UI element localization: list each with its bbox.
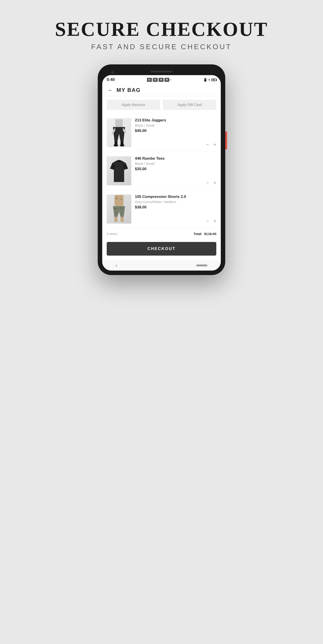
wifi-icon: ▾ — [208, 78, 210, 82]
mail-icon: M — [164, 78, 169, 82]
total-label: Total — [194, 232, 202, 236]
status-time: 5:40 — [107, 77, 115, 82]
cart-summary: 3 items Total $118.00 — [102, 228, 221, 239]
battery-fill — [212, 80, 215, 80]
battery-icon — [212, 78, 216, 81]
home-nav-button[interactable] — [196, 264, 207, 266]
app-icon: ✤ — [158, 78, 164, 82]
item-2-price: $35.00 — [135, 167, 216, 171]
item-3-decrease[interactable]: − — [206, 219, 209, 224]
item-2-details: 446 Rambo Tees Black / Small $35.00 — [131, 156, 216, 171]
item-3-price: $38.00 — [135, 205, 216, 210]
discount-section: Apply discount Apply Gift Card — [102, 96, 221, 114]
status-dot: • — [170, 78, 171, 82]
svg-rect-4 — [114, 217, 118, 222]
item-2-increase[interactable]: + — [214, 180, 216, 185]
calendar-icon-2: 31 — [153, 78, 158, 82]
phone-notch — [102, 69, 221, 75]
item-2-qty-controls: − + — [206, 180, 216, 185]
checkout-section: CHECKOUT — [102, 239, 221, 260]
item-3-details: 105 Compression Shorts 2.0 Grey Camo/Whi… — [131, 194, 216, 210]
cart-item-3: 105 Compression Shorts 2.0 Grey Camo/Whi… — [107, 190, 216, 228]
item-1-decrease[interactable]: − — [206, 142, 209, 147]
phone-screen: 5:40 31 31 ✤ M • 📳 ▾ ← MY BAG Apply — [102, 75, 221, 270]
item-1-image — [107, 118, 131, 147]
svg-point-1 — [114, 144, 118, 146]
item-2-variant: Black / Small — [135, 162, 216, 166]
phone-frame: 5:40 31 31 ✤ M • 📳 ▾ ← MY BAG Apply — [98, 64, 225, 275]
item-1-name: 213 Elite Joggers — [135, 118, 216, 122]
item-count: 3 items — [107, 232, 118, 236]
cart-total: Total $118.00 — [194, 232, 216, 236]
phone-side-button — [225, 132, 227, 149]
vibrate-icon: 📳 — [203, 78, 207, 82]
page-title: SECURE CHECKOUT — [55, 18, 268, 40]
item-3-image — [107, 194, 131, 224]
item-1-variant: Black / Small — [135, 124, 216, 127]
item-2-name: 446 Rambo Tees — [135, 156, 216, 161]
total-value: $118.00 — [204, 232, 216, 236]
calendar-icon-1: 31 — [147, 78, 152, 82]
status-right: 📳 ▾ — [203, 78, 216, 82]
phone-bottom-bar: ‹ — [102, 260, 221, 270]
item-3-qty-controls: − + — [206, 219, 216, 224]
item-1-qty-controls: − + — [206, 142, 216, 147]
checkout-button[interactable]: CHECKOUT — [107, 242, 216, 256]
svg-rect-0 — [115, 119, 123, 127]
item-1-increase[interactable]: + — [214, 142, 216, 147]
item-1-details: 213 Elite Joggers Black / Small $45.00 — [131, 118, 216, 133]
phone-speaker — [150, 71, 173, 72]
page-subtitle: FAST AND SECURE CHECKOUT — [55, 43, 268, 51]
svg-point-2 — [120, 144, 124, 146]
app-title: MY BAG — [116, 87, 141, 93]
apply-discount-button[interactable]: Apply discount — [107, 100, 160, 110]
svg-rect-5 — [120, 217, 124, 222]
back-button[interactable]: ← — [108, 87, 113, 93]
page-header: SECURE CHECKOUT FAST AND SECURE CHECKOUT — [55, 18, 268, 51]
item-3-increase[interactable]: + — [214, 219, 216, 224]
item-1-price: $45.00 — [135, 128, 216, 133]
apply-gift-card-button[interactable]: Apply Gift Card — [163, 100, 216, 110]
app-header: ← MY BAG — [102, 84, 221, 96]
status-bar: 5:40 31 31 ✤ M • 📳 ▾ — [102, 75, 221, 84]
phone-camera — [111, 71, 114, 74]
cart-items: 213 Elite Joggers Black / Small $45.00 −… — [102, 114, 221, 228]
item-3-name: 105 Compression Shorts 2.0 — [135, 194, 216, 199]
item-3-variant: Grey Camo/White / Medium — [135, 200, 216, 204]
cart-item-1: 213 Elite Joggers Black / Small $45.00 −… — [107, 114, 216, 152]
cart-item-2: 446 Rambo Tees Black / Small $35.00 − + — [107, 152, 216, 190]
item-2-image — [107, 156, 131, 185]
status-icons: 31 31 ✤ M • — [147, 78, 171, 82]
item-2-decrease[interactable]: − — [206, 180, 209, 185]
svg-rect-3 — [114, 195, 124, 206]
back-nav-icon[interactable]: ‹ — [116, 263, 117, 268]
